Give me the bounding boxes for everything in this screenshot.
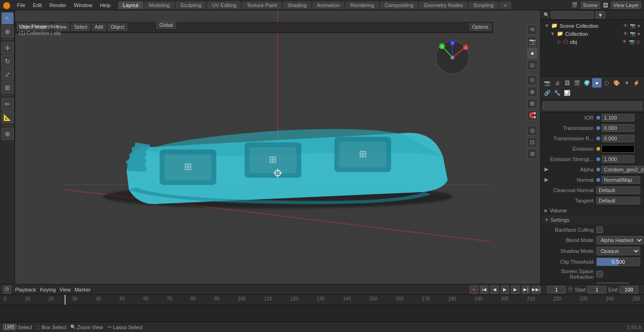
normal-link[interactable]: Normal/Map [602, 176, 640, 184]
tab-compositing[interactable]: Compositing [380, 1, 418, 9]
scene-collection-dot[interactable]: ● [637, 23, 640, 28]
last-frame-btn[interactable]: ▶▶| [532, 285, 540, 294]
menu-help[interactable]: Help [96, 1, 115, 9]
tab-texture-paint[interactable]: Texture Paint [242, 1, 281, 9]
prop-icon-modifier[interactable]: 🔧 [553, 88, 562, 97]
tab-scripting[interactable]: Scripting [469, 1, 498, 9]
viewport-add-menu[interactable]: Add [92, 24, 106, 31]
obj-eye[interactable]: 👁 [622, 39, 627, 44]
tool-select[interactable]: ↖ [1, 12, 14, 24]
viewport-object-menu[interactable]: Object [108, 24, 127, 31]
snap-btn[interactable]: 🧲 [527, 110, 537, 121]
next-keyframe-btn[interactable]: ▶| [521, 285, 530, 294]
properties-search-input[interactable] [543, 102, 642, 110]
timeline-mode-btn[interactable]: ⏱ [3, 285, 11, 294]
prop-icon-constraint[interactable]: 🔗 [543, 88, 552, 97]
viewport-canvas[interactable]: ⊞ ⊞ ⊞ X [15, 10, 540, 284]
tool-scale[interactable]: ⤢ [1, 68, 14, 81]
tab-uv-editing[interactable]: UV Editing [207, 1, 241, 9]
marker-menu[interactable]: Marker [74, 287, 91, 292]
ssr-checkbox[interactable] [596, 271, 603, 277]
obj-cam[interactable]: 📷 [629, 39, 635, 44]
timeline-cursor[interactable] [65, 295, 66, 305]
viewport[interactable]: Object Mode View Select Add Object Optio… [15, 10, 540, 284]
prev-frame-btn[interactable]: ◀ [490, 285, 499, 294]
view-layer-selector[interactable]: View Layer [611, 1, 641, 9]
clip-threshold-slider[interactable]: 0.500 [596, 258, 640, 266]
tool-rotate[interactable]: ↻ [1, 55, 14, 67]
tool-cursor[interactable]: ⊕ [1, 25, 14, 38]
blend-mode-dropdown[interactable]: Alpha Hashed [596, 236, 644, 244]
next-frame-btn[interactable]: ▶ [511, 285, 520, 294]
tool-add[interactable]: ⊕ [1, 128, 14, 140]
overlay-btn[interactable]: ⊕ [527, 87, 537, 97]
menu-edit[interactable]: Edit [29, 1, 46, 9]
play-btn[interactable]: ▶ [501, 285, 509, 294]
prop-icon-render[interactable]: 📷 [543, 78, 552, 88]
tab-rendering[interactable]: Rendering [346, 1, 379, 9]
tree-scene-collection[interactable]: ▼ 📁 Scene Collection 👁 📷 ● [543, 22, 642, 30]
tab-add[interactable]: + [499, 1, 512, 9]
scene-selector[interactable]: Scene [581, 1, 600, 9]
tab-modeling[interactable]: Modeling [144, 1, 175, 9]
record-btn[interactable]: ● [470, 285, 478, 294]
clearcoat-normal-link[interactable]: Default [596, 186, 640, 194]
collection-eye[interactable]: 👁 [623, 31, 628, 36]
backface-checkbox[interactable] [596, 227, 603, 233]
view-solid-btn[interactable]: ● [527, 48, 537, 58]
menu-file[interactable]: File [13, 1, 29, 9]
outliner-filter[interactable]: ▼ [595, 11, 605, 19]
transform-pivot-btn[interactable]: ⊡ [527, 137, 537, 147]
collection-cam[interactable]: 📷 [630, 31, 636, 36]
global-dropdown[interactable]: Global [157, 22, 176, 29]
playback-menu[interactable]: Playback [15, 287, 36, 292]
prop-icon-physics[interactable]: ⚡ [632, 78, 641, 88]
tool-annotate[interactable]: ✏ [1, 98, 14, 110]
prev-keyframe-btn[interactable]: |◀ [480, 285, 488, 294]
prop-icon-world[interactable]: 🌍 [582, 78, 592, 88]
prop-icon-mesh[interactable]: ⬡ [602, 78, 611, 88]
prop-icon-particles[interactable]: ✦ [622, 78, 631, 88]
prop-icon-object[interactable]: ● [592, 78, 602, 88]
menu-window[interactable]: Window [70, 1, 96, 9]
tool-settings-btn[interactable]: ⚙ [527, 149, 537, 159]
xray-btn[interactable]: ⊙ [527, 75, 537, 85]
view-perspective-btn[interactable]: ⟲ [527, 24, 537, 35]
tab-animation[interactable]: Animation [312, 1, 345, 9]
tab-shading[interactable]: Shading [283, 1, 311, 9]
tab-sculpting[interactable]: Sculpting [175, 1, 206, 9]
emission-strength-input[interactable]: 1.000 [602, 155, 635, 163]
tab-layout[interactable]: Layout [118, 1, 143, 9]
keying-menu[interactable]: Keying [40, 287, 56, 292]
viewport-options[interactable]: Options [470, 24, 491, 31]
tree-collection[interactable]: ▼ 📁 Collection 👁 📷 ● [543, 30, 642, 38]
emission-color[interactable] [602, 145, 635, 153]
view-camera-btn[interactable]: 📷 [527, 36, 537, 47]
tool-measure[interactable]: 📐 [1, 111, 14, 123]
viewport-select-menu[interactable]: Select [71, 24, 90, 31]
prop-icon-output[interactable]: 🖨 [553, 78, 562, 88]
timeline-tick-row[interactable]: 0 10 20 30 40 50 60 70 80 90 100 110 120… [0, 295, 644, 305]
settings-section[interactable]: ▼ Settings [541, 215, 644, 225]
tool-transform[interactable]: ⊞ [1, 81, 14, 94]
obj-dot[interactable]: ◇ [636, 39, 640, 44]
current-frame-box[interactable]: 1 [547, 286, 566, 293]
transmission-input[interactable]: 0.000 [602, 124, 635, 132]
prop-icon-scene[interactable]: 🎬 [572, 78, 582, 88]
tangent-link[interactable]: Default [596, 197, 640, 204]
ior-input[interactable]: 1.100 [602, 114, 635, 121]
start-frame-box[interactable]: 1 [587, 286, 606, 293]
outliner-search[interactable] [551, 11, 594, 19]
tree-obj[interactable]: ▷ ⬡ obj 👁 📷 ◇ [543, 38, 642, 46]
prop-icon-view[interactable]: 🖼 [562, 78, 572, 88]
scene-collection-eye[interactable]: 👁 [623, 23, 628, 28]
view-menu[interactable]: View [59, 287, 71, 292]
volume-section[interactable]: ▶ Volume [541, 206, 644, 215]
shadow-mode-dropdown[interactable]: Opaque [596, 247, 640, 255]
tab-geometry-nodes[interactable]: Geometry Nodes [419, 1, 468, 9]
tool-move[interactable]: ✛ [1, 42, 14, 54]
collection-restrict[interactable]: ● [637, 31, 640, 36]
gizmo-btn[interactable]: ⊞ [527, 98, 537, 109]
alpha-link[interactable]: Condom_geo2_class... [602, 166, 644, 173]
end-frame-box[interactable]: 100 [619, 286, 638, 293]
